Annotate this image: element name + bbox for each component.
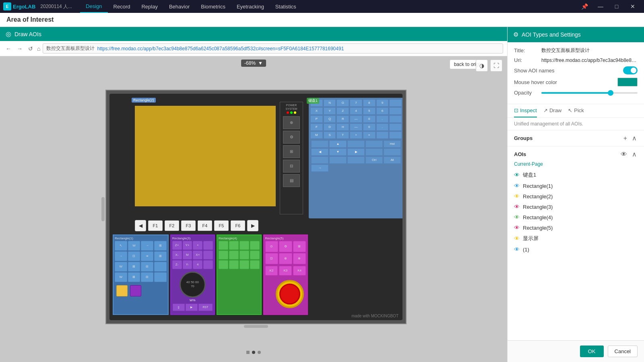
tab-inspect[interactable]: ⊡ Inspect xyxy=(514,104,537,117)
scroll-dot-active xyxy=(252,351,255,354)
horizontal-scrollbar[interactable] xyxy=(105,324,407,329)
collapse-groups-button[interactable]: ∧ xyxy=(631,134,638,142)
eye-icon-display: 👁 xyxy=(514,235,520,242)
expand-button[interactable]: ⛶ xyxy=(490,60,502,72)
power-icon-3[interactable]: ⊞ xyxy=(283,145,300,158)
scroll-indicators xyxy=(246,351,261,354)
page-title: Area of Interest xyxy=(6,16,54,23)
minimize-button[interactable]: — xyxy=(592,0,609,13)
hover-color-swatch[interactable] xyxy=(617,78,638,86)
maximize-button[interactable]: □ xyxy=(609,0,625,13)
opacity-slider-track xyxy=(541,92,638,94)
pin-button[interactable]: 📌 xyxy=(576,0,592,13)
eye-icon-rect2: 👁 xyxy=(514,193,520,200)
content-area: ◎ Draw AOIs ← → ↺ ⌂ 数控交互面板原型设计 https://f… xyxy=(0,27,644,362)
aoi-name-display: 显示屏 xyxy=(523,235,539,242)
tab-statistics[interactable]: Statistics xyxy=(270,0,302,13)
tab-replay[interactable]: Replay xyxy=(136,0,163,13)
aoi-item-rect5[interactable]: 👁 Rectangle(5) xyxy=(508,222,644,233)
tab-eyetracking[interactable]: Eyetracking xyxy=(231,0,270,13)
app-logo: E ErgoLAB xyxy=(3,2,35,10)
aoi-item-aoi1[interactable]: 👁 (1) xyxy=(508,244,644,255)
draw-aois-icon: ◎ xyxy=(6,30,11,38)
add-group-button[interactable]: + xyxy=(623,134,628,142)
aoi-label-rect2: Rectangle(2) xyxy=(132,98,156,103)
power-icon-2[interactable]: ⚙ xyxy=(283,131,300,144)
zoom-arrow: ▼ xyxy=(258,60,263,66)
next-button[interactable]: ▶ xyxy=(247,220,258,231)
scroll-dot-1 xyxy=(246,351,250,354)
opacity-slider-wrap[interactable] xyxy=(541,90,638,96)
emergency-button[interactable] xyxy=(276,280,304,308)
rect5-block: Rectangle(5) ⊙ ⚙ ⊞ ⊡ ⊗ ⊕ xyxy=(263,234,308,315)
opacity-label: Opacity xyxy=(514,90,538,96)
uri-row: Uri: https://free.modao.cc/app/b7ec3ac94… xyxy=(514,57,638,63)
refresh-button[interactable]: ↺ xyxy=(27,45,35,53)
canvas-inner: POWERSYSTEM ⊕ ⚙ ⊞ ⊟ xyxy=(105,90,407,324)
f3-button[interactable]: F3 xyxy=(181,220,196,231)
url-label: 数控交互面板原型设计 xyxy=(46,45,95,52)
aoi-item-rect4[interactable]: 👁 Rectangle(4) xyxy=(508,212,644,222)
idp-tabs: ⊡ Inspect ↗ Draw ↖ Pick xyxy=(508,104,644,118)
f1-button[interactable]: F1 xyxy=(148,220,163,231)
f2-button[interactable]: F2 xyxy=(165,220,179,231)
pick-label: Pick xyxy=(574,107,584,113)
power-icon-1[interactable]: ⊕ xyxy=(283,116,300,129)
aoi-name-rect5: Rectangle(5) xyxy=(523,225,553,231)
f5-button[interactable]: F5 xyxy=(214,220,229,231)
opacity-slider-fill xyxy=(541,92,613,94)
ok-button[interactable]: OK xyxy=(580,346,604,357)
tab-design[interactable]: Design xyxy=(80,0,107,13)
mouse-hover-label: Mouse hover color xyxy=(514,79,617,85)
inspect-icon: ⊡ xyxy=(514,107,518,113)
close-button[interactable]: ✕ xyxy=(625,0,641,13)
aois-header: AOIs 👁 ∧ xyxy=(508,146,644,160)
back-button[interactable]: ← xyxy=(4,45,13,53)
aoi-item-rect2[interactable]: 👁 Rectangle(2) xyxy=(508,191,644,202)
keyboard-grid: O N G 7 8 9 X Y Z 4 xyxy=(309,98,402,218)
tab-record[interactable]: Record xyxy=(108,0,136,13)
groups-header: Groups + ∧ xyxy=(514,134,638,142)
home-icon[interactable]: ⌂ xyxy=(37,45,40,52)
canvas-area: ◎ Draw AOIs ← → ↺ ⌂ 数控交互面板原型设计 https://f… xyxy=(0,27,507,362)
aoi-item-keyboard1[interactable]: 👁 键盘1 xyxy=(508,169,644,181)
hscroll-thumb[interactable] xyxy=(244,325,268,328)
aoi-types-header: ⚙ AOI Types and Settings xyxy=(508,27,644,42)
screen-content: POWERSYSTEM ⊕ ⚙ ⊞ ⊟ xyxy=(109,94,402,320)
url-value: https://free.modao.cc/app/b7ec3ac94b8e87… xyxy=(97,46,500,51)
tab-pick[interactable]: ↖ Pick xyxy=(568,104,584,117)
prev-button[interactable]: ◀ xyxy=(135,220,146,231)
vertical-scrollbar[interactable] xyxy=(101,90,105,329)
uri-label: Uri: xyxy=(514,57,538,63)
f6-button[interactable]: F6 xyxy=(231,220,245,231)
titlebar: E ErgoLAB 20200114 人... Design Record Re… xyxy=(0,0,644,13)
zoom-value: -68% xyxy=(244,60,256,66)
fkeys-row: ◀ F1 F2 F3 F4 F5 F6 ▶ xyxy=(135,220,258,231)
opacity-row: Opacity xyxy=(514,90,638,96)
forward-button[interactable]: → xyxy=(15,45,24,53)
show-aoi-names-row: Show AOI names xyxy=(514,66,638,74)
collapse-aois-button[interactable]: ∧ xyxy=(631,150,638,158)
contrast-button[interactable]: ◑ xyxy=(476,60,488,72)
cancel-button[interactable]: Cancel xyxy=(608,346,638,357)
toggle-aois-visibility-button[interactable]: 👁 xyxy=(620,150,628,158)
eye-icon-keyboard1: 👁 xyxy=(514,172,520,178)
aois-section: AOIs 👁 ∧ Current-Page 👁 键盘1 👁 Rectangle(… xyxy=(508,146,644,340)
opacity-thumb[interactable] xyxy=(608,90,613,96)
show-aoi-names-toggle[interactable] xyxy=(623,66,638,74)
tab-behavior[interactable]: Behavior xyxy=(163,0,195,13)
url-bar-input[interactable]: 数控交互面板原型设计 https://free.modao.cc/app/b7e… xyxy=(43,43,503,53)
tab-draw[interactable]: ↗ Draw xyxy=(543,104,561,117)
power-icon-5[interactable]: ▤ xyxy=(283,174,300,187)
aoi-item-rect3[interactable]: 👁 Rectangle(3) xyxy=(508,202,644,212)
show-aoi-names-label: Show AOI names xyxy=(514,68,623,74)
aoi-item-display[interactable]: 👁 显示屏 xyxy=(508,233,644,244)
draw-icon: ↗ xyxy=(543,107,548,113)
f4-button[interactable]: F4 xyxy=(198,220,212,231)
power-icon-4[interactable]: ⊟ xyxy=(283,160,300,173)
aois-title: AOIs xyxy=(514,151,526,157)
tab-biometrics[interactable]: Biometrics xyxy=(195,0,231,13)
aoi-item-rect1[interactable]: 👁 Rectangle(1) xyxy=(508,181,644,191)
scroll-thumb-v[interactable] xyxy=(101,197,105,221)
inspect-label: Inspect xyxy=(520,107,537,113)
